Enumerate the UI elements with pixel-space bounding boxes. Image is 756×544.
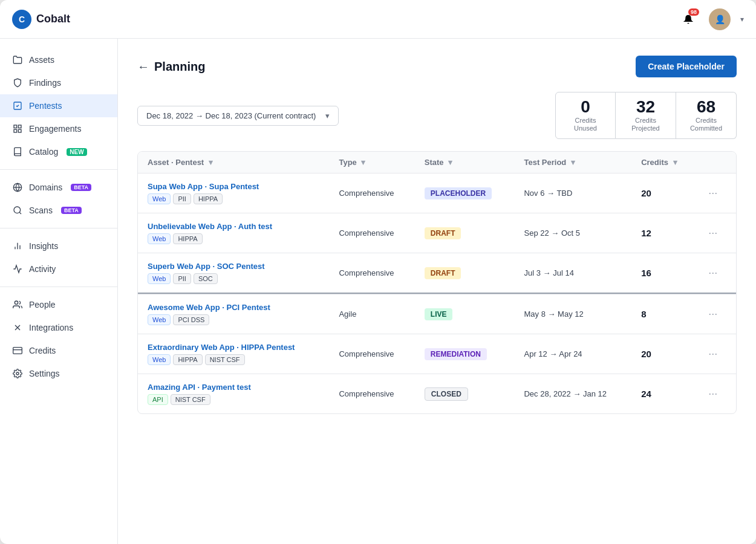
bell-icon xyxy=(683,15,693,24)
svg-rect-1 xyxy=(14,125,17,128)
sidebar-item-assets-label: Assets xyxy=(29,55,54,65)
credits-projected-number: 32 xyxy=(636,99,655,115)
col-state[interactable]: State ▾ xyxy=(415,152,515,173)
sidebar-item-assets[interactable]: Assets xyxy=(0,48,117,71)
col-credits[interactable]: Credits ▾ xyxy=(631,152,695,173)
sidebar-item-findings[interactable]: Findings xyxy=(0,71,117,94)
sidebar-item-people[interactable]: People xyxy=(0,293,117,316)
row-more-button[interactable]: ··· xyxy=(705,225,721,241)
tag: NIST CSF xyxy=(171,394,210,405)
asset-pentest-link[interactable]: Extraordinary Web App · HIPPA Pentest xyxy=(148,343,319,352)
content-header: ← Planning Create Placeholder xyxy=(137,56,737,77)
sidebar-item-insights[interactable]: Insights xyxy=(0,235,117,257)
filter-row: Dec 18, 2022 → Dec 18, 2023 (Current con… xyxy=(137,92,737,139)
sidebar-item-catalog[interactable]: Catalog NEW xyxy=(0,140,117,163)
state-badge: DRAFT xyxy=(425,227,461,239)
asset-pentest-link[interactable]: Awesome Web App · PCI Pentest xyxy=(148,303,319,312)
credits-value: 24 xyxy=(641,389,651,399)
svg-point-12 xyxy=(15,301,18,304)
sidebar-item-domains[interactable]: Domains BETA xyxy=(0,176,117,199)
row-more-button[interactable]: ··· xyxy=(705,186,721,201)
sidebar-item-activity[interactable]: Activity xyxy=(0,257,117,280)
sidebar-item-integrations[interactable]: Integrations xyxy=(0,316,117,339)
create-placeholder-button[interactable]: Create Placeholder xyxy=(636,56,737,77)
asset-pentest-link[interactable]: Unbelievable Web App · Auth test xyxy=(148,222,319,231)
back-button[interactable]: ← Planning xyxy=(137,60,205,74)
sidebar-divider-3 xyxy=(0,287,117,287)
notification-badge: 98 xyxy=(688,8,699,16)
svg-rect-4 xyxy=(14,129,17,132)
credits-projected-label: CreditsProjected xyxy=(631,117,659,132)
book-icon xyxy=(12,146,23,157)
credits-committed-box: 68 CreditsCommitted xyxy=(676,92,737,139)
cobalt-logo-icon: C xyxy=(12,10,31,29)
cell-type: Comprehensive xyxy=(329,173,414,213)
tag: PCI DSS xyxy=(173,314,209,325)
credits-committed-label: CreditsCommitted xyxy=(690,117,722,132)
date-filter-label: Dec 18, 2022 → Dec 18, 2023 (Current con… xyxy=(146,111,316,120)
domains-beta-badge: BETA xyxy=(71,184,91,191)
col-test-period[interactable]: Test Period ▾ xyxy=(514,152,631,173)
date-filter-dropdown[interactable]: Dec 18, 2022 → Dec 18, 2023 (Current con… xyxy=(137,106,339,126)
cell-more: ··· xyxy=(695,374,736,414)
sidebar-item-credits[interactable]: Credits xyxy=(0,339,117,362)
sidebar-item-settings[interactable]: Settings xyxy=(0,362,117,385)
cell-credits: 20 xyxy=(631,334,695,374)
app-name: Cobalt xyxy=(36,13,70,25)
asset-pentest-link[interactable]: Supa Web App · Supa Pentest xyxy=(148,182,319,191)
row-more-button[interactable]: ··· xyxy=(705,306,721,322)
chevron-down-icon: ▾ xyxy=(325,111,330,120)
cell-period: Sep 22 → Oct 5 xyxy=(514,213,631,253)
test-period: Nov 6 → TBD xyxy=(524,189,572,198)
test-period: Jul 3 → Jul 14 xyxy=(524,268,573,277)
col-type[interactable]: Type ▾ xyxy=(329,152,414,173)
cell-more: ··· xyxy=(695,334,736,374)
tag: Web xyxy=(148,193,171,204)
cell-credits: 12 xyxy=(631,213,695,253)
sidebar-item-pentests[interactable]: Pentests xyxy=(0,94,117,117)
sidebar-item-scans[interactable]: Scans BETA xyxy=(0,199,117,222)
cell-state: CLOSED xyxy=(415,374,515,414)
row-more-button[interactable]: ··· xyxy=(705,386,721,401)
asset-pentest-link[interactable]: Amazing API · Payment test xyxy=(148,383,319,392)
app-logo[interactable]: C Cobalt xyxy=(12,10,70,29)
row-more-button[interactable]: ··· xyxy=(705,346,721,361)
sidebar-item-settings-label: Settings xyxy=(29,369,60,378)
pentest-type: Comprehensive xyxy=(339,389,394,398)
tag: PII xyxy=(173,273,191,284)
sort-icon-credits: ▾ xyxy=(673,158,677,167)
tag: Web xyxy=(148,354,171,365)
folder-icon xyxy=(12,54,23,65)
state-badge: DRAFT xyxy=(425,267,461,279)
page-title: Planning xyxy=(154,60,205,74)
avatar[interactable]: 👤 xyxy=(709,8,731,30)
svg-point-15 xyxy=(16,372,19,375)
bar-chart-icon xyxy=(12,241,23,251)
cell-asset: Supa Web App · Supa Pentest WebPIIHIPPA xyxy=(138,173,329,213)
credits-unused-box: 0 CreditsUnused xyxy=(555,92,616,139)
svg-rect-13 xyxy=(13,348,22,354)
sidebar-item-people-label: People xyxy=(29,300,56,309)
col-asset-pentest[interactable]: Asset · Pentest ▾ xyxy=(138,152,329,173)
cell-more: ··· xyxy=(695,173,736,213)
avatar-chevron[interactable]: ▾ xyxy=(740,15,744,24)
table-row: Extraordinary Web App · HIPPA Pentest We… xyxy=(138,334,736,374)
file-check-icon xyxy=(12,100,23,111)
row-more-button[interactable]: ··· xyxy=(705,265,721,280)
notifications-button[interactable]: 98 xyxy=(677,8,699,30)
sidebar-item-engagements[interactable]: Engagements xyxy=(0,117,117,140)
tag: Web xyxy=(148,314,171,325)
catalog-new-badge: NEW xyxy=(67,148,86,156)
asset-pentest-link[interactable]: Superb Web App · SOC Pentest xyxy=(148,262,319,271)
credits-unused-number: 0 xyxy=(581,99,590,115)
table-row: Amazing API · Payment test APINIST CSF C… xyxy=(138,374,736,414)
cell-type: Comprehensive xyxy=(329,334,414,374)
svg-rect-2 xyxy=(18,125,21,128)
pentest-type: Comprehensive xyxy=(339,349,394,358)
pentest-type: Comprehensive xyxy=(339,268,394,277)
cell-state: DRAFT xyxy=(415,213,515,253)
sidebar-item-findings-label: Findings xyxy=(29,78,61,88)
sort-icon-type: ▾ xyxy=(361,158,365,167)
cell-credits: 16 xyxy=(631,253,695,294)
cell-more: ··· xyxy=(695,253,736,294)
